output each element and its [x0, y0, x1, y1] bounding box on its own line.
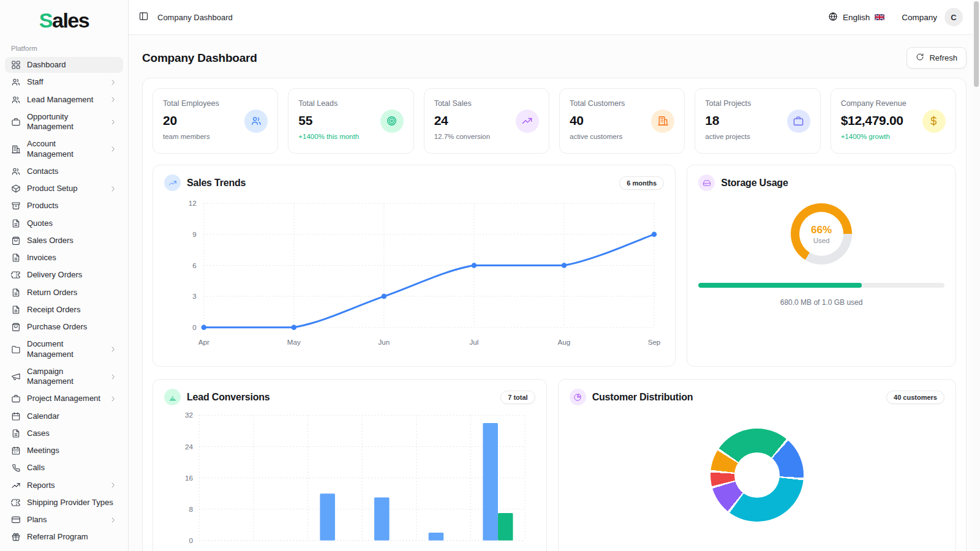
- svg-text:Sep: Sep: [648, 338, 661, 346]
- sidebar-item-lead-management[interactable]: Lead Management: [5, 92, 123, 108]
- sidebar-item-label: Project Management: [27, 394, 103, 403]
- account-menu[interactable]: Company C: [902, 8, 963, 26]
- trend-icon: [11, 481, 21, 490]
- sidebar-item-return-orders[interactable]: Return Orders: [5, 285, 123, 301]
- svg-text:0: 0: [189, 536, 194, 544]
- globe-icon: [828, 12, 838, 21]
- svg-text:16: 16: [185, 474, 194, 482]
- sidebar-item-opportunity-management[interactable]: Opportunity Management: [5, 109, 123, 135]
- file-icon: [11, 288, 21, 298]
- sidebar-item-product-setup[interactable]: Product Setup: [5, 181, 123, 197]
- brand-rest: ales: [52, 9, 89, 32]
- stat-card-company-revenue: Company Revenue$12,479.00+1400% growth: [831, 88, 956, 154]
- sidebar-item-products[interactable]: Products: [5, 198, 123, 214]
- users-icon: [11, 167, 21, 176]
- svg-text:0: 0: [192, 323, 197, 331]
- refresh-button[interactable]: Refresh: [907, 47, 967, 69]
- dollar-icon: [928, 115, 940, 127]
- sidebar-item-invoices[interactable]: Invoices: [5, 250, 123, 266]
- stat-sub: active customers: [570, 133, 674, 140]
- sidebar-item-label: Campaign Management: [27, 367, 103, 387]
- sidebar-toggle-button[interactable]: [138, 11, 149, 23]
- svg-text:9: 9: [192, 230, 196, 238]
- sidebar-item-reports[interactable]: Reports: [5, 478, 123, 493]
- avatar[interactable]: C: [944, 8, 963, 26]
- sidebar-item-calendar[interactable]: Calendar: [5, 408, 123, 424]
- trend-icon: [521, 115, 533, 127]
- svg-text:May: May: [287, 338, 301, 346]
- svg-text:12: 12: [189, 199, 197, 207]
- chevright-icon: [109, 481, 117, 489]
- svg-text:3: 3: [192, 292, 196, 300]
- sidebar-item-purchase-orders[interactable]: Purchase Orders: [5, 319, 123, 335]
- stat-card-total-employees: Total Employees20team members: [153, 88, 278, 154]
- sidebar-item-receipt-orders[interactable]: Receipt Orders: [5, 302, 123, 318]
- sidebar-nav: DashboardStaffLead ManagementOpportunity…: [5, 57, 123, 545]
- bag-icon: [11, 322, 21, 332]
- page-title: Company Dashboard: [142, 51, 257, 65]
- sidebar-item-project-management[interactable]: Project Management: [5, 391, 123, 407]
- lead-conversions-card: Lead Conversions 7 total 08162432AprMayJ…: [153, 379, 547, 551]
- sidebar-item-label: Shipping Provider Types: [27, 498, 117, 508]
- scrollbar-thumb[interactable]: [974, 1, 979, 87]
- stat-sub: +1400% this month: [298, 133, 403, 140]
- storage-used-label: Used: [813, 237, 830, 244]
- refresh-icon: [916, 53, 924, 61]
- stat-card-total-customers: Total Customers40active customers: [559, 88, 685, 154]
- sidebar-item-label: Lead Management: [27, 95, 103, 105]
- sidebar: Sales Platform DashboardStaffLead Manage…: [0, 0, 129, 551]
- sidebar-item-dashboard[interactable]: Dashboard: [5, 57, 123, 73]
- language-selector[interactable]: English: [828, 12, 884, 23]
- stat-sub: active projects: [705, 133, 810, 140]
- sidebar-item-cases[interactable]: Cases: [5, 425, 123, 441]
- stat-label: Total Leads: [298, 99, 403, 108]
- calendar-icon: [11, 411, 21, 421]
- trending-up-icon: [164, 174, 181, 191]
- sidebar-item-label: Plans: [27, 515, 103, 525]
- stat-card-total-leads: Total Leads55+1400% this month: [288, 88, 413, 154]
- hard-drive-icon: [698, 174, 715, 191]
- sidebar-item-meetings[interactable]: Meetings: [5, 443, 123, 459]
- sidebar-item-campaign-management[interactable]: Campaign Management: [5, 364, 123, 390]
- sidebar-item-contacts[interactable]: Contacts: [5, 163, 123, 179]
- sidebar-item-label: Calendar: [27, 411, 117, 421]
- panelleft-icon: [138, 11, 149, 21]
- sidebar-item-label: Cases: [27, 429, 117, 438]
- brand-logo[interactable]: Sales: [5, 9, 123, 32]
- sidebar-item-delivery-orders[interactable]: Delivery Orders: [5, 267, 123, 283]
- stat-label: Company Revenue: [841, 99, 946, 108]
- sidebar-item-plans[interactable]: Plans: [5, 512, 123, 528]
- gift-icon: [11, 532, 21, 542]
- window-scrollbar[interactable]: [973, 0, 980, 551]
- sidebar-item-quotes[interactable]: Quotes: [5, 216, 123, 231]
- customer-distribution-donut: [710, 429, 804, 522]
- sidebar-item-calls[interactable]: Calls: [5, 460, 123, 476]
- stat-sub: +1400% growth: [841, 133, 946, 140]
- sidebar-item-label: Invoices: [27, 253, 117, 263]
- main-area: Company Dashboard English Company: [129, 0, 980, 551]
- lead-conversions-title: Lead Conversions: [187, 392, 270, 403]
- sales-trends-title: Sales Trends: [187, 178, 246, 189]
- company-label: Company: [902, 13, 937, 22]
- storage-donut: 66% Used: [791, 203, 852, 264]
- trend-icon: [168, 179, 177, 187]
- svg-text:Apr: Apr: [198, 338, 209, 346]
- sidebar-item-referral-program[interactable]: Referral Program: [5, 529, 123, 545]
- sidebar-item-document-management[interactable]: Document Management: [5, 336, 123, 362]
- sidebar-item-sales-orders[interactable]: Sales Orders: [5, 233, 123, 249]
- sidebar-item-label: Staff: [27, 77, 103, 87]
- sidebar-item-label: Meetings: [27, 446, 117, 455]
- sidebar-item-label: Referral Program: [27, 532, 117, 542]
- stat-sub: 12.7% conversion: [434, 133, 539, 140]
- briefcase-icon: [11, 394, 21, 403]
- sidebar-item-label: Receipt Orders: [27, 305, 117, 315]
- refresh-label: Refresh: [929, 53, 957, 62]
- chevright-icon: [109, 78, 117, 86]
- lead-conversions-badge: 7 total: [500, 391, 535, 404]
- piechart-icon: [573, 393, 582, 402]
- storage-usage-card: Storage Usage 66% Used 680.0 MB: [687, 165, 956, 367]
- sidebar-item-shipping-provider-types[interactable]: Shipping Provider Types: [5, 495, 123, 511]
- sidebar-item-account-management[interactable]: Account Management: [5, 136, 123, 162]
- chevright-icon: [109, 185, 117, 193]
- sidebar-item-staff[interactable]: Staff: [5, 74, 123, 90]
